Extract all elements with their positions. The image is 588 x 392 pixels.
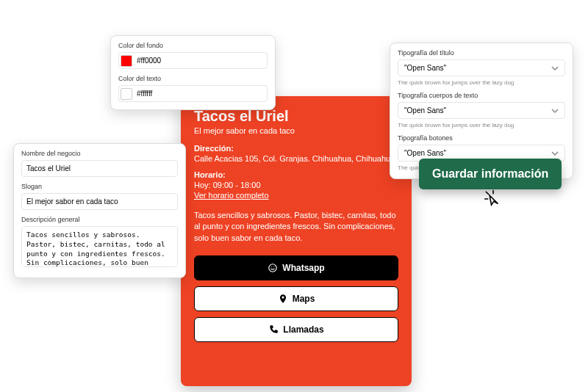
description-textarea[interactable] bbox=[21, 226, 178, 267]
body-font-sample: The quick brown fox jumps over the lazy … bbox=[398, 122, 565, 128]
preview-slogan: El mejor sabor en cada taco bbox=[194, 126, 398, 135]
whatsapp-icon bbox=[268, 263, 278, 273]
preview-hours-label: Horario: bbox=[194, 170, 398, 179]
preview-title: Tacos el Uriel bbox=[194, 108, 398, 125]
maps-button[interactable]: Maps bbox=[194, 286, 398, 311]
button-font-label: Tipografía botones bbox=[398, 134, 565, 142]
slogan-label: Slogan bbox=[21, 183, 178, 190]
text-color-swatch[interactable] bbox=[121, 88, 132, 100]
background-color-swatch[interactable] bbox=[121, 55, 132, 67]
site-preview-card: Tacos el Uriel El mejor sabor en cada ta… bbox=[181, 96, 412, 386]
button-font-value: "Open Sans" bbox=[404, 149, 551, 157]
title-font-sample: The quick brown fox jumps over the lazy … bbox=[398, 79, 565, 86]
text-color-label: Color del texto bbox=[118, 75, 268, 82]
chevron-down-icon bbox=[551, 150, 559, 157]
save-information-button[interactable]: Guardar información bbox=[419, 159, 562, 189]
text-color-input-row[interactable] bbox=[118, 85, 268, 102]
maps-button-label: Maps bbox=[293, 294, 315, 304]
whatsapp-button[interactable]: Whatsapp bbox=[194, 255, 398, 280]
chevron-down-icon bbox=[551, 65, 559, 72]
business-info-panel: Nombre del negocio Slogan Descripción ge… bbox=[13, 143, 186, 278]
body-font-value: "Open Sans" bbox=[404, 106, 551, 115]
chevron-down-icon bbox=[551, 107, 559, 115]
calls-button[interactable]: Llamadas bbox=[194, 317, 398, 342]
slogan-input[interactable] bbox=[21, 193, 178, 210]
preview-hours-text: Hoy: 09:00 - 18:00 bbox=[194, 181, 398, 189]
background-color-value-input[interactable] bbox=[132, 54, 265, 67]
svg-line-0 bbox=[486, 192, 488, 194]
preview-address-text: Calle Acacias 105, Col. Granjas. Chihuah… bbox=[194, 154, 398, 163]
title-font-select[interactable]: "Open Sans" bbox=[398, 59, 565, 76]
body-font-label: Tipografía cuerpos de texto bbox=[398, 92, 565, 99]
phone-icon bbox=[268, 324, 279, 335]
body-font-select[interactable]: "Open Sans" bbox=[398, 102, 565, 119]
background-text-color-panel: Color del fondo Color del texto bbox=[110, 35, 276, 110]
preview-full-hours-link[interactable]: Ver horario completo bbox=[194, 191, 398, 200]
title-font-label: Tipografía del título bbox=[398, 49, 565, 57]
calls-button-label: Llamadas bbox=[283, 324, 323, 335]
whatsapp-button-label: Whatsapp bbox=[282, 263, 324, 273]
title-font-value: "Open Sans" bbox=[404, 64, 551, 72]
text-color-value-input[interactable] bbox=[132, 87, 265, 100]
cursor-click-icon bbox=[484, 189, 503, 211]
description-label: Descripción general bbox=[21, 216, 178, 223]
svg-point-3 bbox=[269, 264, 277, 272]
background-color-label: Color del fondo bbox=[118, 42, 268, 49]
preview-description: Tacos sencillos y sabrosos. Pastor, bist… bbox=[194, 210, 398, 244]
business-name-label: Nombre del negocio bbox=[21, 150, 178, 157]
business-name-input[interactable] bbox=[21, 160, 178, 177]
preview-address-label: Dirección: bbox=[194, 144, 398, 153]
background-color-input-row[interactable] bbox=[118, 52, 268, 69]
map-pin-icon bbox=[278, 294, 288, 304]
